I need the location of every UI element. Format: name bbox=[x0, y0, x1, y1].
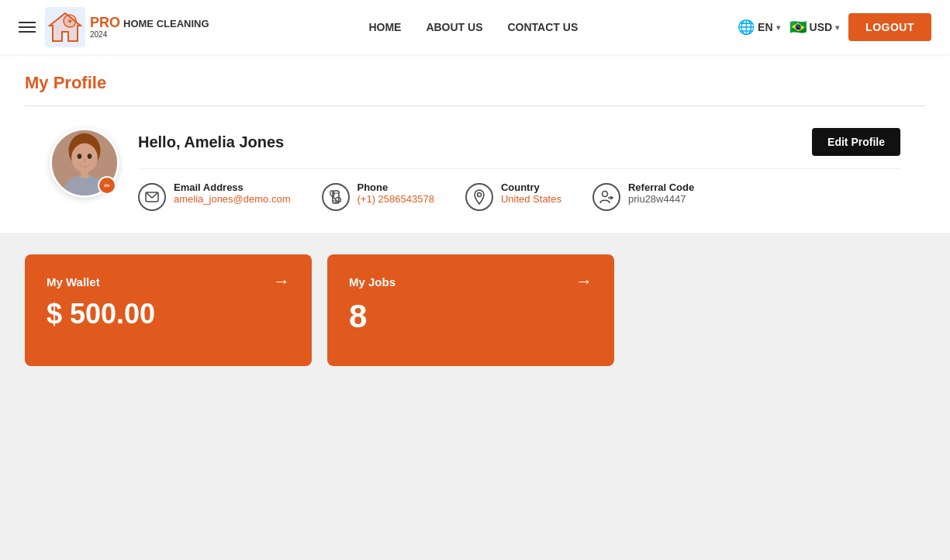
hamburger-menu[interactable] bbox=[19, 22, 36, 33]
country-text: Country United States bbox=[501, 181, 561, 205]
footer-background bbox=[0, 388, 950, 512]
logo: ✦ PRO HOME CLEANING 2024 bbox=[45, 7, 209, 47]
profile-greeting: Hello, Amelia Jones bbox=[138, 133, 284, 151]
header-left: ✦ PRO HOME CLEANING 2024 bbox=[19, 7, 209, 47]
profile-name-row: Hello, Amelia Jones Edit Profile bbox=[138, 128, 900, 156]
email-value: amelia_jones@demo.com bbox=[174, 193, 291, 205]
currency-flag: 🇧🇷 bbox=[789, 19, 807, 36]
svg-rect-9 bbox=[81, 169, 88, 178]
referral-icon bbox=[599, 190, 613, 204]
logo-icon: ✦ bbox=[45, 7, 85, 47]
pencil-icon: ✏ bbox=[104, 181, 110, 190]
page-title: My Profile bbox=[25, 73, 925, 106]
email-detail: Email Address amelia_jones@demo.com bbox=[138, 181, 291, 211]
logo-year-text: 2024 bbox=[90, 30, 209, 39]
nav-links: HOME ABOUT US CONTACT US bbox=[368, 21, 578, 33]
svg-point-10 bbox=[78, 154, 82, 159]
profile-divider bbox=[138, 168, 900, 169]
phone-detail: Phone (+1) 2586543578 bbox=[322, 181, 434, 211]
jobs-title: My Jobs bbox=[349, 275, 396, 289]
country-icon-wrap bbox=[465, 183, 493, 211]
profile-details: Email Address amelia_jones@demo.com bbox=[138, 181, 900, 211]
wallet-arrow-icon: → bbox=[273, 271, 290, 292]
wallet-title: My Wallet bbox=[47, 275, 100, 289]
referral-text: Referral Code priu28w4447 bbox=[628, 181, 694, 205]
referral-label: Referral Code bbox=[628, 181, 694, 193]
svg-point-17 bbox=[335, 202, 337, 203]
wallet-card[interactable]: My Wallet → $ 500.00 bbox=[25, 254, 312, 366]
phone-text: Phone (+1) 2586543578 bbox=[358, 181, 434, 205]
logout-button[interactable]: LOGOUT bbox=[848, 13, 931, 41]
currency-chevron: ▾ bbox=[835, 23, 839, 32]
profile-info: Hello, Amelia Jones Edit Profile Email A… bbox=[138, 128, 900, 211]
svg-point-12 bbox=[83, 159, 86, 163]
referral-detail: Referral Code priu28w4447 bbox=[592, 181, 694, 211]
nav-contact[interactable]: CONTACT US bbox=[508, 21, 579, 33]
lang-chevron: ▾ bbox=[776, 23, 780, 32]
header-right: 🌐 EN ▾ 🇧🇷 USD ▾ LOGOUT bbox=[738, 13, 931, 41]
jobs-value: 8 bbox=[349, 298, 592, 335]
wallet-value: $ 500.00 bbox=[47, 298, 290, 330]
avatar-edit-button[interactable]: ✏ bbox=[98, 176, 116, 195]
email-icon-wrap bbox=[138, 183, 166, 211]
edit-profile-button[interactable]: Edit Profile bbox=[812, 128, 900, 156]
language-selector[interactable]: 🌐 EN ▾ bbox=[738, 19, 779, 36]
country-detail: Country United States bbox=[465, 181, 561, 211]
logo-pro-text: PRO bbox=[90, 16, 120, 31]
svg-point-11 bbox=[88, 154, 92, 159]
email-label: Email Address bbox=[174, 181, 291, 193]
lang-code: EN bbox=[758, 21, 772, 33]
nav-home[interactable]: HOME bbox=[368, 21, 401, 33]
jobs-card[interactable]: My Jobs → 8 bbox=[327, 254, 614, 366]
header: ✦ PRO HOME CLEANING 2024 HOME ABOUT US C… bbox=[0, 0, 950, 54]
referral-icon-wrap bbox=[592, 183, 620, 211]
phone-icon-wrap bbox=[322, 183, 350, 211]
nav-about[interactable]: ABOUT US bbox=[426, 21, 482, 33]
logo-home-text: HOME CLEANING bbox=[123, 19, 209, 29]
country-label: Country bbox=[501, 181, 561, 193]
country-value: United States bbox=[501, 193, 561, 205]
avatar-wrapper: ✏ bbox=[50, 128, 119, 198]
currency-selector[interactable]: 🇧🇷 USD ▾ bbox=[789, 19, 840, 36]
svg-point-18 bbox=[477, 193, 481, 197]
logo-svg: ✦ bbox=[47, 9, 84, 46]
page-content: My Profile bbox=[0, 54, 950, 233]
referral-value: priu28w4447 bbox=[628, 193, 694, 205]
profile-section: ✏ Hello, Amelia Jones Edit Profile bbox=[25, 106, 925, 233]
location-icon bbox=[473, 189, 485, 205]
jobs-arrow-icon: → bbox=[575, 271, 592, 292]
svg-text:✦: ✦ bbox=[67, 17, 73, 26]
phone-value: (+1) 2586543578 bbox=[358, 193, 434, 205]
svg-point-7 bbox=[71, 143, 98, 172]
phone-icon bbox=[330, 190, 342, 204]
svg-point-19 bbox=[602, 192, 607, 197]
jobs-card-title-row: My Jobs → bbox=[349, 271, 592, 292]
currency-code: USD bbox=[810, 21, 833, 33]
cards-section: My Wallet → $ 500.00 My Jobs → 8 bbox=[0, 233, 950, 388]
phone-label: Phone bbox=[358, 181, 434, 193]
email-text: Email Address amelia_jones@demo.com bbox=[174, 181, 291, 205]
email-icon bbox=[145, 192, 159, 202]
wallet-card-title-row: My Wallet → bbox=[47, 271, 290, 292]
logo-text: PRO HOME CLEANING 2024 bbox=[90, 16, 209, 40]
lang-flag: 🌐 bbox=[738, 19, 755, 36]
